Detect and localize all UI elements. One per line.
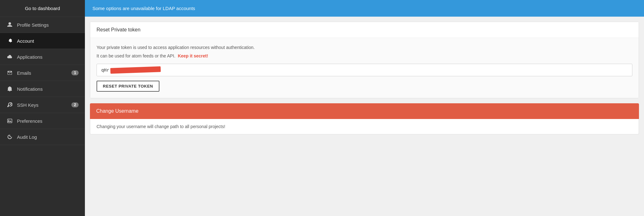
sidebar-item-preferences[interactable]: Preferences — [0, 113, 85, 129]
envelope-icon — [6, 69, 13, 76]
history-icon — [6, 133, 13, 140]
person-icon — [6, 21, 13, 28]
sidebar: Go to dashboard Profile Settings Account… — [0, 0, 85, 216]
sidebar-item-label: Notifications — [17, 86, 79, 92]
sidebar-item-notifications[interactable]: Notifications — [0, 81, 85, 97]
sidebar-item-label: Audit Log — [17, 134, 79, 140]
token-display-field: qHr — [97, 64, 632, 76]
sidebar-item-audit-log[interactable]: Audit Log — [0, 129, 85, 145]
sidebar-item-label: Applications — [17, 54, 79, 60]
token-prefix: qHr — [101, 68, 109, 73]
key-icon — [6, 101, 13, 108]
token-description-line1: Your private token is used to access app… — [97, 44, 632, 51]
sidebar-item-applications[interactable]: Applications — [0, 49, 85, 65]
ssh-keys-badge: 2 — [71, 102, 79, 107]
sidebar-item-label: Emails — [17, 70, 71, 76]
ldap-info-banner: Some options are unavailable for LDAP ac… — [85, 0, 644, 17]
reset-private-token-button[interactable]: RESET PRIVATE TOKEN — [97, 81, 159, 92]
cloud-icon — [6, 53, 13, 60]
token-description-line2-text: It can be used for atom feeds or the API… — [97, 53, 175, 58]
gear-icon — [6, 37, 13, 44]
sidebar-item-profile-settings[interactable]: Profile Settings — [0, 17, 85, 33]
svg-rect-0 — [8, 119, 12, 123]
sidebar-item-label: Preferences — [17, 118, 79, 124]
dashboard-link[interactable]: Go to dashboard — [0, 0, 85, 17]
bell-icon — [6, 85, 13, 92]
emails-badge: 1 — [71, 70, 79, 75]
token-description-line2: It can be used for atom feeds or the API… — [97, 53, 632, 59]
svg-point-1 — [8, 120, 9, 121]
sidebar-item-emails[interactable]: Emails 1 — [0, 65, 85, 81]
reset-token-body: Your private token is used to access app… — [90, 38, 639, 98]
sidebar-item-label: Account — [17, 38, 79, 44]
main-content: Some options are unavailable for LDAP ac… — [85, 0, 644, 216]
keep-secret-text: Keep it secret! — [178, 53, 208, 58]
reset-token-card: Reset Private token Your private token i… — [90, 22, 639, 98]
image-icon — [6, 117, 13, 124]
change-username-body: Changing your username will change path … — [90, 119, 639, 134]
change-username-header: Change Username — [90, 103, 639, 119]
sidebar-item-account[interactable]: Account — [0, 33, 85, 49]
sidebar-item-ssh-keys[interactable]: SSH Keys 2 — [0, 97, 85, 113]
token-redacted-overlay — [110, 66, 161, 74]
reset-token-header: Reset Private token — [90, 22, 639, 38]
sidebar-item-label: SSH Keys — [17, 102, 71, 108]
sidebar-item-label: Profile Settings — [17, 22, 79, 28]
